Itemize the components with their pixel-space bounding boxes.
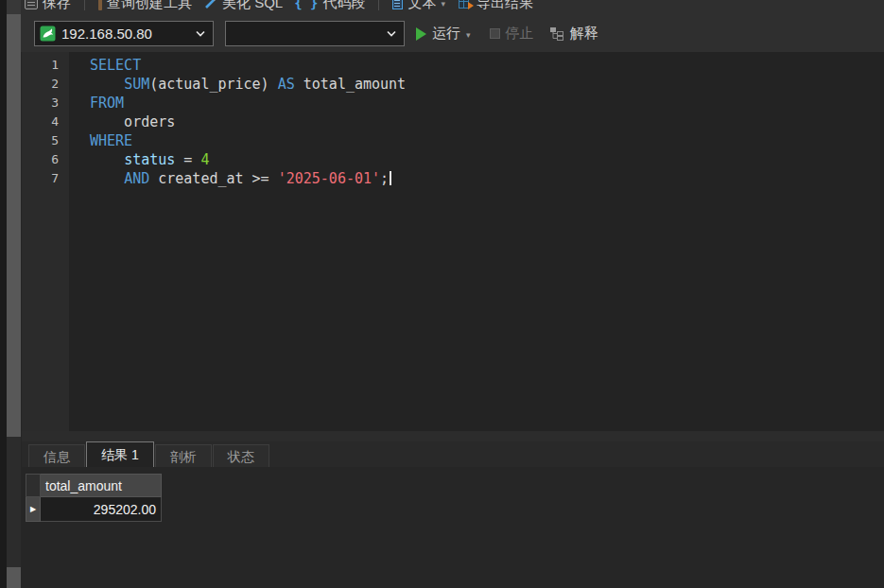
mysql-connection-icon xyxy=(40,26,56,42)
query-window: 保存 查询创建工具 美化 SQL { } 代码段 文本 xyxy=(0,0,884,588)
token-keyword: SELECT xyxy=(90,57,141,74)
left-scrollbar-thumb[interactable] xyxy=(7,14,21,437)
explain-plan-icon xyxy=(549,26,564,41)
stop-icon xyxy=(490,28,500,39)
connection-value: 192.168.50.80 xyxy=(61,26,196,42)
query-builder-button[interactable]: 查询创建工具 xyxy=(98,0,192,12)
code-line[interactable]: status = 4 xyxy=(90,150,884,169)
tab-result-1[interactable]: 结果 1 xyxy=(86,441,154,467)
grid-header-row: total_amount xyxy=(26,475,162,497)
left-edge-panel xyxy=(0,0,7,588)
left-scrollbar-bottom[interactable] xyxy=(7,567,21,588)
line-number: 6 xyxy=(22,150,69,169)
row-indicator[interactable]: ▶ xyxy=(26,497,41,522)
text-cursor xyxy=(390,171,391,185)
chevron-down-icon xyxy=(196,30,205,37)
left-scrollbar-track xyxy=(7,437,21,567)
cell-value[interactable]: 295202.00 xyxy=(41,497,162,522)
token-plain: = xyxy=(175,151,200,168)
run-play-icon[interactable] xyxy=(416,27,426,41)
main-toolbar: 保存 查询创建工具 美化 SQL { } 代码段 文本 xyxy=(0,0,884,14)
token-keyword: WHERE xyxy=(90,132,132,149)
token-plain: total_amount xyxy=(295,76,406,93)
sql-editor[interactable]: 1234567 SELECT SUM(actual_price) AS tota… xyxy=(22,52,884,431)
code-line[interactable]: orders xyxy=(90,112,884,131)
token-string: '2025-06-01' xyxy=(278,170,380,187)
export-results-button[interactable]: 导出结果 xyxy=(459,0,533,12)
line-number: 7 xyxy=(22,169,69,188)
token-keyword: AND xyxy=(124,170,149,187)
text-document-icon xyxy=(392,0,403,9)
line-number: 1 xyxy=(22,56,69,75)
beautify-sql-label: 美化 SQL xyxy=(222,0,283,12)
database-select[interactable] xyxy=(225,21,405,46)
chevron-down-icon: ▾ xyxy=(441,0,445,9)
token-number: 4 xyxy=(200,151,209,168)
tab-status[interactable]: 状态 xyxy=(213,444,269,467)
editor-gutter: 1234567 xyxy=(22,52,69,431)
editor-code[interactable]: SELECT SUM(actual_price) AS total_amount… xyxy=(69,52,884,431)
beautify-wand-icon xyxy=(203,0,217,10)
tab-profile[interactable]: 剖析 xyxy=(155,444,212,467)
chevron-down-icon xyxy=(387,30,396,37)
code-line[interactable]: FROM xyxy=(90,94,884,112)
result-tabbar: 信息结果 1剖析状态 xyxy=(22,441,884,467)
token-plain: ; xyxy=(380,170,389,187)
token-keyword: AS xyxy=(278,76,295,93)
left-scrollbar-top xyxy=(7,0,21,14)
token-identifier: status xyxy=(124,151,175,168)
text-view-button[interactable]: 文本 ▾ xyxy=(392,0,447,12)
token-plain: orders xyxy=(90,113,175,130)
results-pane: total_amount ▶295202.00 xyxy=(22,467,884,588)
code-line[interactable]: SUM(actual_price) AS total_amount xyxy=(90,75,884,94)
token-plain: created_at >= xyxy=(149,170,277,187)
pane-splitter[interactable] xyxy=(22,431,884,441)
token-keyword: SUM xyxy=(124,76,149,93)
code-line[interactable]: WHERE xyxy=(90,131,884,150)
line-number: 4 xyxy=(22,112,69,131)
run-options-chevron-icon[interactable]: ▾ xyxy=(466,30,471,40)
save-icon xyxy=(25,0,38,9)
query-builder-label: 查询创建工具 xyxy=(107,0,192,12)
line-number: 2 xyxy=(22,75,69,94)
column-header[interactable]: total_amount xyxy=(41,475,162,497)
token-plain xyxy=(90,151,124,168)
code-snippet-button[interactable]: { } 代码段 xyxy=(294,0,365,12)
grid-body: ▶295202.00 xyxy=(26,497,162,522)
line-number: 5 xyxy=(22,131,69,150)
run-toolbar: 192.168.50.80 运行 ▾ 停止 xyxy=(0,14,884,52)
save-button[interactable]: 保存 xyxy=(25,0,71,12)
export-grid-icon xyxy=(459,0,472,9)
code-line[interactable]: SELECT xyxy=(90,56,884,75)
table-row: ▶295202.00 xyxy=(26,497,162,522)
toolbar-separator xyxy=(84,0,85,10)
query-builder-icon xyxy=(98,0,102,10)
explain-button[interactable]: 解释 xyxy=(570,25,598,43)
export-results-label: 导出结果 xyxy=(477,0,533,12)
run-button[interactable]: 运行 xyxy=(432,25,460,43)
code-snippet-label: 代码段 xyxy=(322,0,365,12)
connection-select[interactable]: 192.168.50.80 xyxy=(34,21,214,46)
grid-corner-cell xyxy=(26,475,41,497)
beautify-sql-button[interactable]: 美化 SQL xyxy=(203,0,283,12)
token-plain: (actual_price) xyxy=(149,76,277,93)
code-line[interactable]: AND created_at >= '2025-06-01'; xyxy=(90,169,884,188)
tab-info[interactable]: 信息 xyxy=(28,444,85,467)
braces-icon: { } xyxy=(294,0,318,10)
token-keyword: FROM xyxy=(90,95,124,112)
line-number: 3 xyxy=(22,94,69,112)
toolbar-separator xyxy=(378,0,379,10)
save-label: 保存 xyxy=(43,0,71,12)
stop-button: 停止 xyxy=(506,25,534,43)
result-grid: total_amount ▶295202.00 xyxy=(26,474,162,522)
token-plain xyxy=(90,76,124,93)
text-view-label: 文本 xyxy=(407,0,436,12)
token-plain xyxy=(90,170,124,187)
